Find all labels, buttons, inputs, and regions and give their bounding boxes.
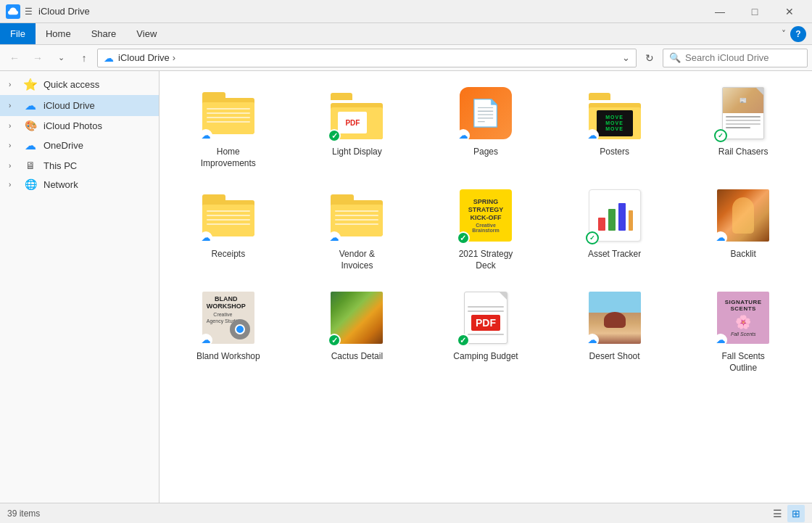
sidebar-item-this-pc[interactable]: › 🖥 This PC — [0, 156, 159, 175]
file-label: Light Display — [332, 147, 382, 158]
menu-home[interactable]: Home — [36, 23, 81, 44]
main-layout: › ⭐ Quick access › ☁ iCloud Drive › 🎨 iC… — [0, 71, 812, 503]
cloud-icon: ☁ — [23, 99, 38, 112]
file-item-asset-tracker[interactable]: ✓ Asset Tracker — [553, 181, 676, 277]
file-icon: ☁ — [586, 289, 644, 347]
file-label: Receipts — [211, 249, 245, 260]
sidebar-label-network: Network — [44, 179, 78, 190]
view-controls: ☰ ⊞ — [768, 505, 805, 522]
help-button[interactable]: ? — [790, 26, 806, 42]
expand-icon: › — [9, 122, 17, 130]
dropdown-arrow[interactable]: ⌄ — [622, 52, 630, 63]
sync-status-icon: ☁ — [199, 129, 212, 142]
file-item-desert-shoot[interactable]: ☁ Desert Shoot — [553, 283, 676, 379]
sync-status-icon: ✓ — [586, 231, 599, 244]
file-icon: ✓ — [328, 289, 386, 347]
recent-locations-button[interactable]: ⌄ — [51, 48, 71, 68]
file-label: Bland Workshop — [196, 351, 260, 363]
content-area: ☁ Home Improvements PDF — [160, 71, 812, 503]
expand-ribbon-button[interactable]: ˅ — [782, 29, 786, 39]
sync-status-icon: ✓ — [328, 129, 341, 142]
sidebar-item-icloud-drive[interactable]: › ☁ iCloud Drive — [0, 95, 159, 116]
file-item-rail-chasers[interactable]: 📰 ✓ Rail Chasers — [682, 78, 805, 175]
back-button[interactable]: ← — [4, 48, 25, 68]
file-icon: PDF ✓ — [328, 84, 386, 142]
file-item-posters[interactable]: MOVEMOVEMOVE ☁ Posters — [553, 78, 676, 175]
list-view-button[interactable]: ☰ — [768, 505, 786, 522]
menu-bar-right: ˅ ? — [782, 26, 812, 42]
file-item-pages[interactable]: 📄 ☁ Pages — [424, 78, 547, 175]
sync-status-icon: ✓ — [714, 129, 727, 142]
photos-icon: 🎨 — [23, 120, 38, 131]
file-label: Camping Budget — [453, 351, 518, 363]
sidebar-label-quick-access: Quick access — [44, 79, 99, 90]
file-icon: PDF ✓ — [457, 289, 515, 347]
file-icon: BLANDWORKSHOP CreativeAgency Studio ☁ — [199, 289, 257, 347]
window-controls[interactable]: — □ ✕ — [703, 0, 806, 23]
refresh-button[interactable]: ↻ — [639, 48, 660, 68]
up-button[interactable]: ↑ — [74, 48, 94, 68]
search-input[interactable] — [685, 52, 801, 63]
sync-status-icon: ☁ — [714, 231, 727, 244]
address-bar: ← → ⌄ ↑ ☁ iCloud Drive › ⌄ ↻ 🔍 — [0, 45, 812, 71]
file-label: Desert Shoot — [589, 351, 640, 363]
file-label: 2021 Strategy Deck — [453, 249, 518, 271]
menu-file[interactable]: File — [0, 23, 36, 44]
system-menu-btn[interactable]: ☰ — [25, 7, 33, 17]
sidebar-item-icloud-photos[interactable]: › 🎨 iCloud Photos — [0, 116, 159, 135]
title-bar: ☰ iCloud Drive — □ ✕ — [0, 0, 812, 23]
file-item-camping-budget[interactable]: PDF ✓ Camping Budget — [424, 283, 547, 379]
file-icon: ☁ — [199, 84, 257, 142]
sync-status-icon: ✓ — [457, 231, 470, 244]
computer-icon: 🖥 — [23, 160, 38, 171]
sidebar-label-onedrive: OneDrive — [44, 140, 83, 151]
sync-status-icon: ☁ — [199, 334, 212, 347]
maximize-button[interactable]: □ — [738, 0, 771, 23]
menu-share[interactable]: Share — [81, 23, 127, 44]
file-icon: ☁ — [714, 186, 772, 244]
network-icon: 🌐 — [23, 178, 38, 190]
file-icon: 📰 ✓ — [714, 84, 772, 142]
file-label: Posters — [600, 147, 629, 158]
sync-status-icon: ☁ — [457, 129, 470, 142]
svg-rect-0 — [598, 218, 605, 231]
file-item-cactus-detail[interactable]: ✓ Cactus Detail — [296, 283, 419, 379]
menu-view[interactable]: View — [126, 23, 167, 44]
file-label: Vendor & Invoices — [324, 249, 389, 271]
file-label: Home Improvements — [196, 147, 261, 169]
file-item-light-display[interactable]: PDF ✓ Light Display — [296, 78, 419, 175]
file-icon: SIGNATURESCENTS 🌸 Fall Scents ☁ — [714, 289, 772, 347]
minimize-button[interactable]: — — [703, 0, 737, 23]
path-label: iCloud Drive — [118, 52, 170, 63]
file-item-backlit[interactable]: ☁ Backlit — [682, 181, 805, 277]
sync-status-icon: ☁ — [199, 231, 212, 244]
sidebar-item-onedrive[interactable]: › ☁ OneDrive — [0, 135, 159, 156]
file-item-receipts[interactable]: ☁ Receipts — [167, 181, 290, 277]
status-bar: 39 items ☰ ⊞ — [0, 503, 812, 523]
file-label: Cactus Detail — [331, 351, 383, 363]
file-item-home-improvements[interactable]: ☁ Home Improvements — [167, 78, 290, 175]
svg-rect-1 — [608, 209, 616, 231]
sync-status-icon: ☁ — [714, 334, 727, 347]
file-icon: ☁ — [199, 186, 257, 244]
forward-button[interactable]: → — [28, 48, 48, 68]
sidebar-item-network[interactable]: › 🌐 Network — [0, 175, 159, 194]
close-button[interactable]: ✕ — [773, 0, 806, 23]
search-box[interactable]: 🔍 — [663, 49, 808, 67]
sidebar: › ⭐ Quick access › ☁ iCloud Drive › 🎨 iC… — [0, 71, 160, 503]
sidebar-label-icloud-photos: iCloud Photos — [44, 120, 102, 131]
file-item-vendor-invoices[interactable]: ☁ Vendor & Invoices — [296, 181, 419, 277]
address-path[interactable]: ☁ iCloud Drive › ⌄ — [97, 49, 637, 67]
sidebar-item-quick-access[interactable]: › ⭐ Quick access — [0, 74, 159, 95]
menu-bar: File Home Share View ˅ ? — [0, 23, 812, 45]
expand-icon: › — [9, 102, 17, 110]
file-icon: ☁ — [328, 186, 386, 244]
file-item-strategy-deck[interactable]: SPRINGSTRATEGYKICK-OFF CreativeBrainstor… — [424, 181, 547, 277]
file-item-fall-scents[interactable]: SIGNATURESCENTS 🌸 Fall Scents ☁ Fall Sce… — [682, 283, 805, 379]
expand-icon: › — [9, 141, 17, 149]
grid-view-button[interactable]: ⊞ — [787, 505, 805, 522]
search-icon: 🔍 — [669, 52, 681, 63]
file-label: Rail Chasers — [718, 147, 768, 158]
path-chevron: › — [173, 52, 175, 63]
file-item-bland-workshop[interactable]: BLANDWORKSHOP CreativeAgency Studio ☁ Bl… — [167, 283, 290, 379]
